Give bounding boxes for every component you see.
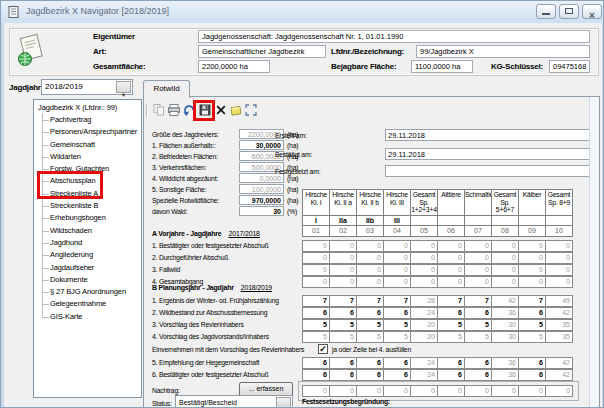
grid-cell[interactable]: 6 xyxy=(329,357,357,369)
section-b-year-link[interactable]: 2018/2019 xyxy=(241,284,272,291)
grid-column-header: Hirsche Kl. II bIIb03 xyxy=(356,189,384,237)
date-field[interactable]: 29.11.2018 xyxy=(385,129,591,141)
grid-cell[interactable]: 5 xyxy=(356,319,384,331)
grid-cell[interactable]: 6 xyxy=(464,369,492,381)
grid-cell: 5 xyxy=(518,331,546,343)
einvernehmen-checkbox[interactable]: ✓ xyxy=(318,344,328,354)
grid-cell[interactable]: 6 xyxy=(437,357,465,369)
column-number: 07 xyxy=(465,226,491,236)
grid-cell[interactable]: 5 xyxy=(437,319,465,331)
grid-cell: 0 xyxy=(545,252,573,264)
grid-cell[interactable]: 7 xyxy=(518,295,546,307)
revier-field[interactable]: 30,0000 xyxy=(239,140,284,150)
grid-cell[interactable]: 6 xyxy=(437,307,465,319)
grid-row: 7777287742749 xyxy=(302,295,573,307)
tree-item[interactable]: Gelegeentnahme xyxy=(34,298,141,310)
grid-cell: 0 xyxy=(356,276,384,288)
column-class xyxy=(411,216,437,226)
section-a-row-label: 1. Bestätigter oder festgesetzter Abschu… xyxy=(152,242,268,249)
tree-item[interactable]: Dokumente xyxy=(34,274,141,286)
grid-cell[interactable]: 7 xyxy=(464,295,492,307)
tree-item[interactable]: GIS-Karte xyxy=(34,311,141,323)
grid-cell[interactable]: 7 xyxy=(356,295,384,307)
grid-cell: 0 xyxy=(545,240,573,252)
minimize-button[interactable] xyxy=(536,4,556,19)
tree-item[interactable]: § 27 BJG Anordnungen xyxy=(34,286,141,298)
tree-item[interactable]: Gemeinschaft xyxy=(34,139,141,151)
revier-field[interactable]: 30 xyxy=(239,206,284,216)
column-title: Schmaltiere xyxy=(465,190,491,216)
section-a-year-link[interactable]: 2017/2018 xyxy=(229,230,260,237)
grid-cell[interactable]: 6 xyxy=(464,307,492,319)
tree-root[interactable]: Jagdbezirk X (Lfdnr.: 99) xyxy=(38,103,117,112)
grid-cell[interactable]: 7 xyxy=(437,295,465,307)
date-field[interactable]: 29.11.2018 xyxy=(385,148,591,160)
grid-cell[interactable]: 6 xyxy=(356,369,384,381)
grid-cell[interactable]: 5 xyxy=(383,319,411,331)
grid-cell[interactable]: 5 xyxy=(302,319,330,331)
grid-row: 0000000000 xyxy=(302,276,573,288)
tab-rotwild[interactable]: Rotwild xyxy=(143,80,190,98)
jagdjahr-dropdown-icon[interactable] xyxy=(116,81,131,93)
grid-cell[interactable]: 6 xyxy=(356,307,384,319)
print-icon[interactable] xyxy=(167,103,181,117)
tree-item[interactable]: Personen/Ansprechpartner xyxy=(34,126,141,138)
grid-cell[interactable]: 6 xyxy=(383,369,411,381)
tree-item[interactable]: Pachtvertrag xyxy=(34,114,141,126)
grid-cell[interactable]: 6 xyxy=(518,369,546,381)
grid-cell[interactable]: 6 xyxy=(383,307,411,319)
revier-field-label: 3. Verkehrsflächen: xyxy=(152,164,206,171)
date-label: Festgesetzt am: xyxy=(275,168,320,175)
grid-cell[interactable]: 7 xyxy=(383,295,411,307)
status-combobox[interactable]: Bestätigt/Bescheid xyxy=(175,395,293,408)
grid-cell[interactable]: 6 xyxy=(464,357,492,369)
grid-cell: 0 xyxy=(329,240,357,252)
grid-cell[interactable]: 6 xyxy=(518,357,546,369)
grid-cell[interactable]: 6 xyxy=(302,307,330,319)
close-icon: × xyxy=(589,10,595,21)
grid-cell[interactable]: 5 xyxy=(518,319,546,331)
grid-cell[interactable]: 7 xyxy=(329,295,357,307)
grid-cell[interactable]: 5 xyxy=(329,319,357,331)
column-title: Hirsche Kl. II b xyxy=(357,190,383,216)
tree-item[interactable]: Streckenliste B xyxy=(34,200,141,212)
revier-field-label: 1. Flächen außerhalb:: xyxy=(152,142,216,149)
grid-cell: 5 xyxy=(329,331,357,343)
grid-cell: 0 xyxy=(518,264,546,276)
vertical-scrollbar[interactable] xyxy=(589,97,600,408)
grid-cell[interactable]: 7 xyxy=(302,295,330,307)
status-dropdown-icon[interactable] xyxy=(276,397,291,408)
grid-cell[interactable]: 6 xyxy=(329,369,357,381)
grid-cell: 0 xyxy=(437,264,465,276)
titlebar[interactable]: Jagdbezirk X Navigator [2018/2019] × xyxy=(1,1,604,23)
tree-item[interactable]: Jagdhund xyxy=(34,237,141,249)
date-field[interactable] xyxy=(385,165,591,177)
column-class: III xyxy=(384,216,410,226)
maximize-button[interactable] xyxy=(559,4,579,19)
grid-cell: 5 xyxy=(464,331,492,343)
tree-item[interactable]: Erhebungsbogen xyxy=(34,212,141,224)
close-button[interactable]: × xyxy=(582,4,602,19)
grid-cell[interactable]: 6 xyxy=(437,369,465,381)
fullscreen-icon[interactable] xyxy=(244,103,258,117)
tree-item[interactable]: Wildschaden xyxy=(34,225,141,237)
revier-field[interactable]: 970,0000 xyxy=(239,195,284,205)
nachtrag-label: Nachtrag: xyxy=(152,387,180,394)
grid-cell[interactable]: 6 xyxy=(302,369,330,381)
column-title: Kälber xyxy=(519,190,545,216)
grid-cell[interactable]: 6 xyxy=(302,357,330,369)
grid-cell[interactable]: 5 xyxy=(464,319,492,331)
grid-column-header: Hirsche Kl. II01 xyxy=(302,189,330,237)
tree-item[interactable]: Angliederung xyxy=(34,249,141,261)
delete-icon[interactable] xyxy=(214,103,228,117)
grid-cell[interactable]: 6 xyxy=(383,357,411,369)
revier-field-label: 4. Wilddicht abgezäunt: xyxy=(152,175,218,182)
grid-cell[interactable]: 6 xyxy=(356,357,384,369)
grid-cell[interactable]: 6 xyxy=(518,307,546,319)
grid-cell[interactable]: 6 xyxy=(329,307,357,319)
grid-cell: 0 xyxy=(410,264,438,276)
jagdjahr-combobox[interactable]: 2018/2019 xyxy=(41,79,133,95)
tree-item[interactable]: Wildarten xyxy=(34,151,141,163)
tree-item[interactable]: Jagdaufseher xyxy=(34,262,141,274)
notes-icon[interactable] xyxy=(229,103,243,117)
